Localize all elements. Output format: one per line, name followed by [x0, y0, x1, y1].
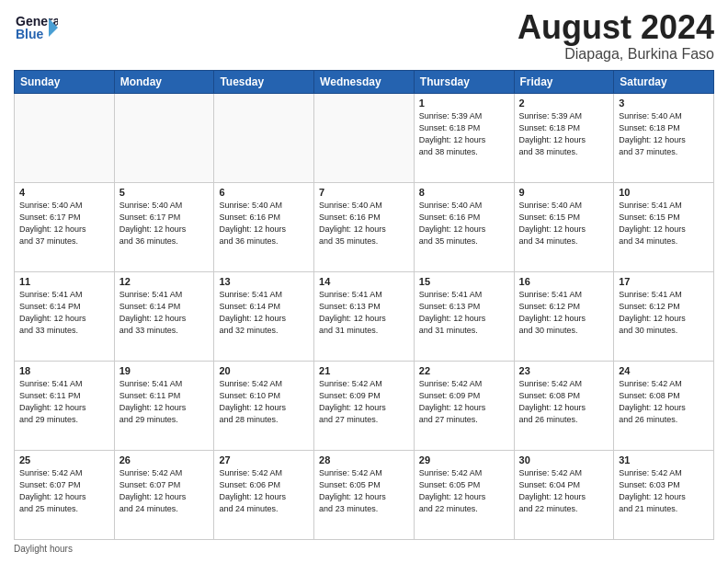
day-info: Sunrise: 5:42 AM Sunset: 6:05 PM Dayligh… [319, 467, 409, 515]
day-number: 5 [119, 187, 210, 198]
day-info: Sunrise: 5:41 AM Sunset: 6:14 PM Dayligh… [119, 289, 210, 337]
calendar-cell: 15Sunrise: 5:41 AM Sunset: 6:13 PM Dayli… [414, 271, 514, 361]
logo-area: General Blue [14, 9, 58, 48]
day-info: Sunrise: 5:42 AM Sunset: 6:09 PM Dayligh… [319, 378, 409, 426]
calendar-cell: 28Sunrise: 5:42 AM Sunset: 6:05 PM Dayli… [314, 450, 415, 539]
day-info: Sunrise: 5:42 AM Sunset: 6:06 PM Dayligh… [219, 467, 309, 515]
day-info: Sunrise: 5:42 AM Sunset: 6:04 PM Dayligh… [519, 467, 609, 515]
day-number: 17 [619, 276, 709, 287]
calendar-week-0: 1Sunrise: 5:39 AM Sunset: 6:18 PM Daylig… [15, 93, 714, 182]
day-info: Sunrise: 5:41 AM Sunset: 6:11 PM Dayligh… [119, 378, 210, 426]
calendar-cell: 14Sunrise: 5:41 AM Sunset: 6:13 PM Dayli… [314, 271, 415, 361]
day-info: Sunrise: 5:42 AM Sunset: 6:09 PM Dayligh… [419, 378, 509, 426]
calendar-cell: 20Sunrise: 5:42 AM Sunset: 6:10 PM Dayli… [214, 361, 314, 450]
calendar-cell: 23Sunrise: 5:42 AM Sunset: 6:08 PM Dayli… [514, 361, 614, 450]
day-number: 6 [219, 187, 309, 198]
calendar-cell: 19Sunrise: 5:41 AM Sunset: 6:11 PM Dayli… [114, 361, 214, 450]
day-info: Sunrise: 5:40 AM Sunset: 6:16 PM Dayligh… [319, 200, 409, 247]
calendar-header-monday: Monday [114, 70, 214, 93]
calendar-cell: 17Sunrise: 5:41 AM Sunset: 6:12 PM Dayli… [614, 271, 714, 361]
day-number: 3 [619, 98, 709, 109]
day-info: Sunrise: 5:42 AM Sunset: 6:08 PM Dayligh… [619, 378, 709, 426]
calendar-header-wednesday: Wednesday [314, 70, 415, 93]
calendar-cell: 13Sunrise: 5:41 AM Sunset: 6:14 PM Dayli… [214, 271, 314, 361]
day-number: 20 [219, 365, 309, 376]
title-area: August 2024 Diapaga, Burkina Faso [518, 9, 714, 63]
day-number: 10 [619, 187, 709, 198]
day-number: 22 [419, 365, 509, 376]
day-number: 25 [19, 454, 109, 465]
calendar-cell: 10Sunrise: 5:41 AM Sunset: 6:15 PM Dayli… [614, 182, 714, 271]
calendar-header-sunday: Sunday [15, 70, 115, 93]
day-info: Sunrise: 5:41 AM Sunset: 6:14 PM Dayligh… [19, 289, 109, 337]
day-number: 24 [619, 365, 709, 376]
calendar-cell: 6Sunrise: 5:40 AM Sunset: 6:16 PM Daylig… [214, 182, 314, 271]
day-number: 16 [519, 276, 609, 287]
day-number: 7 [319, 187, 409, 198]
logo-icon: General Blue [14, 9, 58, 48]
calendar-header-row: SundayMondayTuesdayWednesdayThursdayFrid… [15, 70, 714, 93]
day-info: Sunrise: 5:40 AM Sunset: 6:17 PM Dayligh… [19, 200, 109, 247]
day-info: Sunrise: 5:40 AM Sunset: 6:16 PM Dayligh… [219, 200, 309, 247]
day-info: Sunrise: 5:39 AM Sunset: 6:18 PM Dayligh… [419, 110, 509, 158]
day-number: 28 [319, 454, 409, 465]
calendar-cell: 12Sunrise: 5:41 AM Sunset: 6:14 PM Dayli… [114, 271, 214, 361]
day-info: Sunrise: 5:41 AM Sunset: 6:13 PM Dayligh… [319, 289, 409, 337]
calendar-cell: 29Sunrise: 5:42 AM Sunset: 6:05 PM Dayli… [414, 450, 514, 539]
day-info: Sunrise: 5:41 AM Sunset: 6:12 PM Dayligh… [619, 289, 709, 337]
day-number: 11 [19, 276, 109, 287]
calendar-week-2: 11Sunrise: 5:41 AM Sunset: 6:14 PM Dayli… [15, 271, 714, 361]
day-number: 4 [19, 187, 109, 198]
day-info: Sunrise: 5:41 AM Sunset: 6:14 PM Dayligh… [219, 289, 309, 337]
day-number: 2 [519, 98, 609, 109]
day-number: 30 [519, 454, 609, 465]
day-info: Sunrise: 5:41 AM Sunset: 6:12 PM Dayligh… [519, 289, 609, 337]
calendar-cell: 8Sunrise: 5:40 AM Sunset: 6:16 PM Daylig… [414, 182, 514, 271]
header: General Blue August 2024 Diapaga, Burkin… [14, 9, 714, 63]
calendar-header-friday: Friday [514, 70, 614, 93]
calendar-cell: 30Sunrise: 5:42 AM Sunset: 6:04 PM Dayli… [514, 450, 614, 539]
day-info: Sunrise: 5:40 AM Sunset: 6:15 PM Dayligh… [519, 200, 609, 247]
day-info: Sunrise: 5:41 AM Sunset: 6:13 PM Dayligh… [419, 289, 509, 337]
day-number: 12 [119, 276, 210, 287]
day-number: 13 [219, 276, 309, 287]
day-number: 31 [619, 454, 709, 465]
calendar-header-tuesday: Tuesday [214, 70, 314, 93]
day-info: Sunrise: 5:42 AM Sunset: 6:03 PM Dayligh… [619, 467, 709, 515]
day-number: 18 [19, 365, 109, 376]
calendar-cell: 4Sunrise: 5:40 AM Sunset: 6:17 PM Daylig… [15, 182, 115, 271]
page: General Blue August 2024 Diapaga, Burkin… [0, 0, 728, 563]
day-number: 27 [219, 454, 309, 465]
day-number: 9 [519, 187, 609, 198]
day-info: Sunrise: 5:40 AM Sunset: 6:17 PM Dayligh… [119, 200, 210, 247]
location: Diapaga, Burkina Faso [518, 46, 714, 63]
day-number: 8 [419, 187, 509, 198]
month-title: August 2024 [518, 9, 714, 46]
calendar-cell: 25Sunrise: 5:42 AM Sunset: 6:07 PM Dayli… [15, 450, 115, 539]
calendar-cell [15, 93, 115, 182]
day-number: 29 [419, 454, 509, 465]
day-number: 1 [419, 98, 509, 109]
day-info: Sunrise: 5:40 AM Sunset: 6:16 PM Dayligh… [419, 200, 509, 247]
calendar-week-4: 25Sunrise: 5:42 AM Sunset: 6:07 PM Dayli… [15, 450, 714, 539]
day-info: Sunrise: 5:42 AM Sunset: 6:10 PM Dayligh… [219, 378, 309, 426]
calendar-table: SundayMondayTuesdayWednesdayThursdayFrid… [14, 70, 714, 540]
calendar-header-thursday: Thursday [414, 70, 514, 93]
day-info: Sunrise: 5:42 AM Sunset: 6:05 PM Dayligh… [419, 467, 509, 515]
calendar-week-1: 4Sunrise: 5:40 AM Sunset: 6:17 PM Daylig… [15, 182, 714, 271]
calendar-cell [214, 93, 314, 182]
day-number: 15 [419, 276, 509, 287]
calendar-cell: 11Sunrise: 5:41 AM Sunset: 6:14 PM Dayli… [15, 271, 115, 361]
calendar-week-3: 18Sunrise: 5:41 AM Sunset: 6:11 PM Dayli… [15, 361, 714, 450]
day-info: Sunrise: 5:42 AM Sunset: 6:08 PM Dayligh… [519, 378, 609, 426]
calendar-cell: 9Sunrise: 5:40 AM Sunset: 6:15 PM Daylig… [514, 182, 614, 271]
calendar-cell: 24Sunrise: 5:42 AM Sunset: 6:08 PM Dayli… [614, 361, 714, 450]
day-number: 26 [119, 454, 210, 465]
calendar-cell: 27Sunrise: 5:42 AM Sunset: 6:06 PM Dayli… [214, 450, 314, 539]
calendar-header-saturday: Saturday [614, 70, 714, 93]
day-info: Sunrise: 5:42 AM Sunset: 6:07 PM Dayligh… [19, 467, 109, 515]
calendar-cell: 18Sunrise: 5:41 AM Sunset: 6:11 PM Dayli… [15, 361, 115, 450]
calendar-cell: 26Sunrise: 5:42 AM Sunset: 6:07 PM Dayli… [114, 450, 214, 539]
calendar-cell: 1Sunrise: 5:39 AM Sunset: 6:18 PM Daylig… [414, 93, 514, 182]
day-number: 21 [319, 365, 409, 376]
